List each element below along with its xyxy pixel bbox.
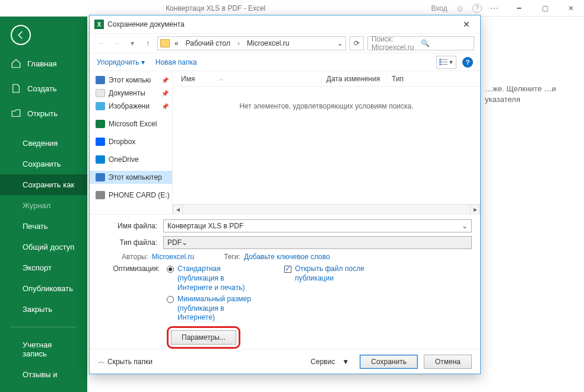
column-headers[interactable]: Имя︿ Дата изменения Тип [173, 71, 480, 87]
scroll-right-icon[interactable]: ▸ [470, 205, 480, 215]
col-type[interactable]: Тип [386, 75, 480, 83]
sidebar-item-saveas[interactable]: Сохранить как [0, 174, 87, 195]
save-as-dialog: X Сохранение документа ✕ ← → ▾ ↑ « Рабоч… [89, 15, 481, 374]
tree-item-thispc-pinned[interactable]: Этот компью📌 [90, 74, 172, 87]
sidebar-item-publish[interactable]: Опубликовать [0, 278, 87, 299]
sidebar-label: Главная [27, 59, 56, 68]
tree-item-excel[interactable]: Microsoft Excel [90, 117, 172, 130]
excel-window-title: Конвертаци XLS в PDF - Excel [0, 4, 431, 12]
sidebar-item-feedback[interactable]: Отзывы и [0, 364, 87, 385]
sidebar-item-export[interactable]: Экспорт [0, 257, 87, 278]
col-name[interactable]: Имя [181, 75, 195, 83]
tree-item-onedrive[interactable]: OneDrive [90, 153, 172, 166]
chevron-right-icon[interactable]: › [235, 39, 242, 47]
svg-rect-2 [439, 63, 442, 65]
filename-label: Имя файла: [98, 222, 163, 230]
breadcrumb-desktop[interactable]: Рабочий стол [183, 39, 233, 47]
horizontal-scrollbar[interactable]: ◂ ▸ [173, 204, 480, 214]
svg-rect-3 [442, 59, 447, 60]
nav-recent-dropdown[interactable]: ▾ [126, 39, 138, 47]
tree-item-phonecard[interactable]: PHONE CARD (E:) [90, 189, 172, 202]
empty-list-message: Нет элементов, удовлетворяющих условиям … [173, 87, 480, 204]
tree-item-thispc[interactable]: Этот компьютер [90, 171, 172, 184]
maximize-button[interactable]: ▢ [532, 0, 558, 17]
scroll-left-icon[interactable]: ◂ [173, 205, 183, 215]
sidebar-item-open[interactable]: Открыть [0, 101, 87, 126]
backstage-sidebar: Главная Создать Открыть Сведения Сохрани… [0, 17, 87, 392]
save-button[interactable]: Сохранить [360, 355, 418, 369]
sidebar-item-create[interactable]: Создать [0, 76, 87, 101]
dialog-title: Сохранение документа [107, 20, 458, 28]
col-date[interactable]: Дата изменения [321, 75, 386, 83]
sidebar-item-close[interactable]: Закрыть [0, 299, 87, 320]
svg-rect-4 [442, 62, 447, 62]
help-icon[interactable]: ? [472, 4, 482, 13]
pin-icon: 📌 [161, 77, 171, 84]
login-link[interactable]: Вход [431, 4, 447, 12]
view-mode-button[interactable]: ▼ [436, 56, 456, 69]
filetype-select[interactable]: PDF ⌄ [163, 236, 472, 249]
sidebar-item-save[interactable]: Сохранить [0, 154, 87, 174]
refresh-button[interactable]: ⟳ [350, 36, 364, 50]
sidebar-item-share[interactable]: Общий доступ [0, 237, 87, 257]
nav-up-button[interactable]: ↑ [142, 39, 154, 47]
svg-rect-1 [439, 61, 442, 63]
svg-rect-0 [439, 59, 442, 60]
radio-standard-label[interactable]: Стандартная (публикация в Интернете и пе… [177, 264, 261, 292]
parameters-button[interactable]: Параметры... [171, 330, 236, 345]
back-button[interactable] [11, 25, 31, 45]
checkbox-open-after[interactable] [284, 266, 291, 273]
address-bar[interactable]: « Рабочий стол › Microexcel.ru ⌄ [157, 36, 346, 50]
sidebar-item-home[interactable]: Главная [0, 51, 87, 76]
hide-folders-button[interactable]: ︿ Скрыть папки [98, 356, 153, 366]
sidebar-label: Создать [27, 84, 56, 93]
authors-value[interactable]: Microexcel.ru [152, 253, 194, 261]
tree-item-pictures[interactable]: Изображени📌 [90, 100, 172, 113]
new-folder-button[interactable]: Новая папка [155, 58, 197, 66]
excel-titlebar: Конвертаци XLS в PDF - Excel Вход ☺ ? ⋯ … [0, 0, 584, 17]
dialog-close-button[interactable]: ✕ [458, 20, 475, 29]
nav-forward-button[interactable]: → [111, 39, 123, 47]
service-dropdown[interactable]: Сервис▼ [310, 358, 349, 366]
search-placeholder: Поиск: Microexcel.ru [372, 35, 421, 52]
sort-up-icon: ︿ [218, 75, 224, 83]
sidebar-item-info[interactable]: Сведения [0, 133, 87, 154]
optimization-label: Оптимизация: [98, 264, 163, 273]
checkbox-open-after-label[interactable]: Открыть файл после публикации [295, 264, 390, 283]
sidebar-item-account[interactable]: Учетная запись [0, 334, 87, 364]
search-input[interactable]: Поиск: Microexcel.ru 🔍 [367, 36, 474, 50]
pin-icon: 📌 [161, 90, 171, 97]
cancel-button[interactable]: Отмена [424, 355, 472, 369]
radio-minimum[interactable] [167, 296, 174, 303]
close-window-button[interactable]: ✕ [558, 0, 584, 17]
filetype-dropdown-icon[interactable]: ⌄ [182, 238, 188, 247]
radio-standard[interactable] [167, 266, 174, 273]
filename-input[interactable]: Конвертаци XLS в PDF ⌄ [163, 219, 472, 232]
options-icon[interactable]: ⋯ [490, 4, 499, 13]
pin-icon: 📌 [161, 103, 171, 110]
nav-back-button[interactable]: ← [96, 39, 107, 47]
dialog-help-button[interactable]: ? [462, 57, 473, 68]
search-icon: 🔍 [421, 39, 470, 47]
radio-minimum-label[interactable]: Минимальный размер (публикация в Интерне… [177, 295, 261, 323]
sidebar-item-journal[interactable]: Журнал [0, 195, 87, 216]
filename-dropdown-icon[interactable]: ⌄ [462, 222, 468, 230]
minimize-button[interactable]: ━ [506, 0, 532, 17]
tree-item-documents[interactable]: Документы📌 [90, 87, 172, 100]
excel-app-icon: X [94, 20, 104, 29]
svg-rect-5 [442, 64, 447, 65]
params-highlight: Параметры... [167, 326, 240, 349]
authors-label: Авторы: [122, 253, 148, 261]
smiley-icon[interactable]: ☺ [456, 4, 464, 13]
tree-item-dropbox[interactable]: Dropbox [90, 135, 172, 148]
sidebar-label: Открыть [27, 109, 58, 118]
organize-button[interactable]: Упорядочить ▾ [97, 58, 145, 66]
tags-value[interactable]: Добавьте ключевое слово [244, 253, 330, 261]
filetype-label: Тип файла: [98, 238, 163, 247]
sidebar-separator [11, 327, 77, 327]
chevron-up-icon: ︿ [98, 356, 105, 366]
address-dropdown[interactable]: ⌄ [337, 39, 343, 47]
sidebar-item-print[interactable]: Печать [0, 216, 87, 237]
breadcrumb-folder[interactable]: Microexcel.ru [245, 39, 291, 47]
folder-tree: Этот компью📌 Документы📌 Изображени📌 Micr… [90, 71, 173, 214]
